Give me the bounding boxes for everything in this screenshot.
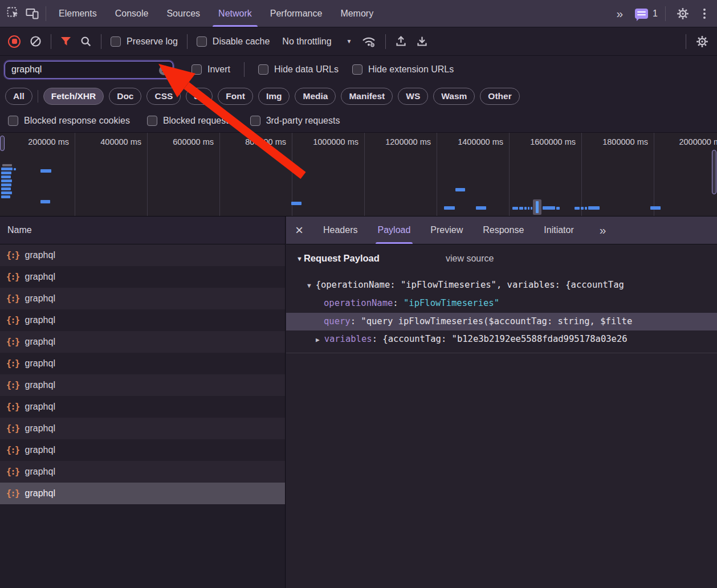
filter-funnel-icon[interactable]	[60, 36, 71, 46]
waterfall-bar[interactable]	[556, 207, 560, 210]
type-filter-img[interactable]: Img	[258, 88, 290, 105]
throttling-select[interactable]: No throttling ▼	[282, 36, 352, 47]
record-network-log-button[interactable]	[8, 35, 21, 48]
invert-checkbox[interactable]: Invert	[192, 64, 230, 75]
request-row[interactable]: {:}graphql	[0, 483, 285, 504]
waterfall-bar[interactable]	[650, 206, 661, 210]
close-details-icon[interactable]: ×	[295, 224, 303, 236]
waterfall-bar[interactable]	[1, 179, 12, 182]
request-row[interactable]: {:}graphql	[0, 244, 285, 266]
tab-sources[interactable]: Sources	[157, 0, 209, 27]
import-har-icon[interactable]	[395, 35, 407, 47]
waterfall-bar[interactable]	[575, 207, 580, 210]
waterfall-bar[interactable]	[40, 200, 50, 203]
payload-entry-variables[interactable]: ▶variables: {accountTag: "b12e3b2192ee55…	[286, 330, 717, 348]
waterfall-bar[interactable]	[531, 207, 532, 210]
details-tab-preview[interactable]: Preview	[430, 217, 463, 244]
issues-button[interactable]: 1	[635, 9, 658, 19]
request-row[interactable]: {:}graphql	[0, 288, 285, 309]
tab-network[interactable]: Network	[209, 0, 261, 27]
payload-entry-operationname[interactable]: operationName: "ipFlowTimeseries"	[286, 295, 717, 312]
waterfall-bar[interactable]	[1, 168, 13, 170]
network-overview-timeline[interactable]: 200000 ms400000 ms600000 ms800000 ms1000…	[0, 133, 717, 217]
network-conditions-icon[interactable]	[361, 35, 376, 48]
filter-input[interactable]	[5, 64, 173, 75]
waterfall-bar[interactable]	[1, 187, 11, 190]
inspect-element-icon[interactable]	[3, 4, 23, 23]
waterfall-bar[interactable]	[40, 169, 51, 173]
timeline-range-handle[interactable]	[712, 150, 716, 194]
request-row[interactable]: {:}graphql	[0, 331, 285, 353]
request-payload-section-header[interactable]: ▼ Request Payload	[296, 253, 380, 264]
main-menu-kebab-icon[interactable]	[700, 7, 709, 20]
view-source-link[interactable]: view source	[446, 254, 494, 264]
waterfall-bar[interactable]	[585, 207, 587, 210]
type-filter-wasm[interactable]: Wasm	[433, 88, 475, 105]
waterfall-bar[interactable]	[588, 206, 600, 210]
waterfall-bar[interactable]	[528, 207, 529, 210]
blocked-requests-checkbox[interactable]: Blocked requests	[147, 116, 233, 126]
type-filter-other[interactable]: Other	[480, 88, 519, 105]
hide-data-urls-checkbox[interactable]: Hide data URLs	[258, 64, 339, 75]
type-filter-fetch-xhr[interactable]: Fetch/XHR	[43, 88, 104, 105]
hide-extension-urls-checkbox[interactable]: Hide extension URLs	[352, 64, 454, 75]
type-filter-ws[interactable]: WS	[398, 88, 428, 105]
waterfall-bar[interactable]	[1, 191, 12, 194]
type-filter-css[interactable]: CSS	[146, 88, 181, 105]
waterfall-bar[interactable]	[1, 183, 11, 186]
waterfall-bar[interactable]	[1, 195, 10, 198]
waterfall-bar[interactable]	[536, 201, 539, 213]
tab-performance[interactable]: Performance	[261, 0, 332, 27]
3rd-party-requests-checkbox[interactable]: 3rd-party requests	[250, 116, 340, 126]
request-row[interactable]: {:}graphql	[0, 439, 285, 461]
more-tabs-icon[interactable]: »	[610, 7, 628, 21]
export-har-icon[interactable]	[416, 35, 428, 47]
type-filter-doc[interactable]: Doc	[109, 88, 141, 105]
request-row[interactable]: {:}graphql	[0, 353, 285, 374]
waterfall-bar[interactable]	[444, 206, 455, 210]
name-column-header[interactable]: Name	[0, 217, 285, 244]
details-tab-initiator[interactable]: Initiator	[544, 217, 573, 244]
waterfall-bar[interactable]	[291, 202, 302, 205]
tab-console[interactable]: Console	[106, 0, 158, 27]
payload-root-preview[interactable]: ▼{operationName: "ipFlowTimeseries", var…	[286, 276, 717, 294]
device-toolbar-icon[interactable]	[23, 4, 42, 23]
waterfall-bar[interactable]	[524, 207, 527, 210]
waterfall-bar[interactable]	[476, 206, 486, 210]
waterfall-bar[interactable]	[512, 207, 518, 210]
preserve-log-checkbox[interactable]: Preserve log	[111, 36, 178, 47]
request-row[interactable]: {:}graphql	[0, 396, 285, 418]
payload-entry-query[interactable]: query: "query ipFlowTimeseries($accountT…	[286, 313, 717, 330]
waterfall-bar[interactable]	[1, 175, 11, 178]
request-row[interactable]: {:}graphql	[0, 374, 285, 396]
disable-cache-checkbox[interactable]: Disable cache	[197, 36, 270, 47]
settings-gear-icon[interactable]	[673, 4, 692, 23]
type-filter-font[interactable]: Font	[218, 88, 253, 105]
waterfall-bar[interactable]	[1, 172, 11, 174]
more-details-tabs-icon[interactable]: »	[594, 223, 611, 237]
details-tab-payload[interactable]: Payload	[378, 217, 411, 244]
details-tab-response[interactable]: Response	[483, 217, 524, 244]
details-tab-headers[interactable]: Headers	[323, 217, 357, 244]
network-settings-gear-icon[interactable]	[695, 35, 709, 48]
waterfall-bar[interactable]	[581, 207, 584, 210]
waterfall-bar[interactable]	[455, 188, 465, 191]
type-filter-js[interactable]: JS	[186, 88, 213, 105]
waterfall-bar[interactable]	[543, 206, 555, 210]
search-icon[interactable]	[80, 36, 92, 47]
type-filter-media[interactable]: Media	[295, 88, 336, 105]
request-row[interactable]: {:}graphql	[0, 461, 285, 483]
type-filter-manifest[interactable]: Manifest	[341, 88, 393, 105]
request-row[interactable]: {:}graphql	[0, 266, 285, 288]
blocked-response-cookies-checkbox[interactable]: Blocked response cookies	[8, 116, 130, 126]
request-row[interactable]: {:}graphql	[0, 418, 285, 439]
waterfall-bar[interactable]	[14, 168, 16, 170]
clear-network-log-icon[interactable]	[30, 35, 42, 47]
waterfall-bar[interactable]	[519, 207, 523, 210]
request-row[interactable]: {:}graphql	[0, 309, 285, 331]
type-filter-all[interactable]: All	[5, 88, 32, 105]
timeline-range-handle[interactable]	[0, 136, 5, 151]
tab-elements[interactable]: Elements	[50, 0, 106, 27]
clear-filter-icon[interactable]: ×	[159, 66, 169, 75]
tab-memory[interactable]: Memory	[331, 0, 382, 27]
